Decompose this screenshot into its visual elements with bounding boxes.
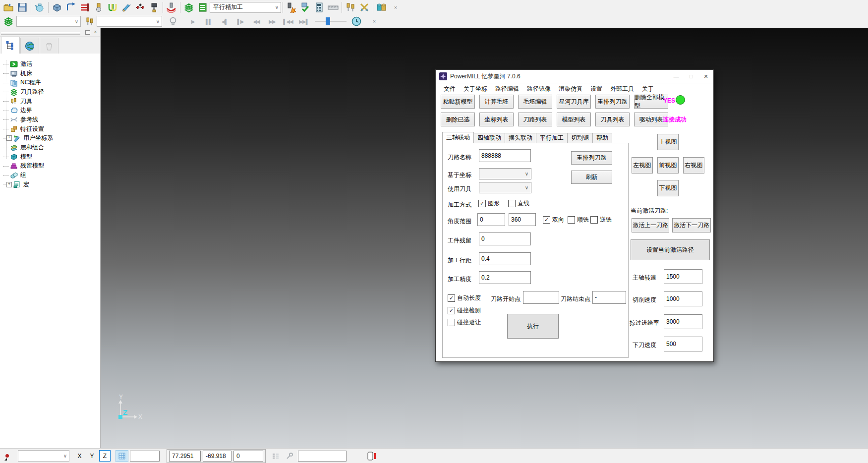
tab-saw[interactable]: 切割锯 xyxy=(568,133,593,143)
axis-y-button[interactable]: Y xyxy=(87,451,97,461)
skim-input[interactable]: 3000 xyxy=(664,314,702,329)
rewind-button[interactable]: ◀◀ xyxy=(248,15,264,28)
activate-prev-button[interactable]: 激活上一刀路 xyxy=(632,218,669,232)
coord-select[interactable]: ∨ xyxy=(479,168,531,179)
axis-x-button[interactable]: X xyxy=(74,451,85,461)
tab-tilt-head[interactable]: 摆头联动 xyxy=(505,133,536,143)
view-top-button[interactable]: 上视图 xyxy=(657,134,679,150)
menu-about[interactable]: 关于 xyxy=(638,85,658,93)
block-edit-button[interactable]: 毛坯编辑 xyxy=(518,95,552,109)
calculator-button[interactable] xyxy=(312,1,326,14)
view-bottom-button[interactable]: 下视图 xyxy=(657,180,679,196)
play-button[interactable]: ▶ xyxy=(185,15,201,28)
tree-item-nc-programs[interactable]: NC程序 xyxy=(3,78,100,87)
tab-explorer-tree[interactable] xyxy=(1,37,20,54)
grid-toggle-button[interactable] xyxy=(116,450,128,462)
execute-button[interactable]: 执行 xyxy=(507,314,559,339)
menu-external-tools[interactable]: 外部工具 xyxy=(606,85,638,93)
tool-list-button[interactable]: 刀具列表 xyxy=(595,113,630,126)
tool-arc-button[interactable] xyxy=(165,1,178,14)
tolerance-input[interactable]: 0.2 xyxy=(479,271,531,284)
panel-header[interactable]: × xyxy=(0,28,100,37)
step-back-button[interactable]: ◀▌ xyxy=(217,15,232,28)
model-list-button[interactable]: 模型列表 xyxy=(557,113,591,126)
minimize-button[interactable]: — xyxy=(669,70,684,83)
tool-select[interactable]: ∨ xyxy=(479,182,531,193)
tree-item-models[interactable]: 模型 xyxy=(3,152,100,162)
tree-item-activate[interactable]: 激活 xyxy=(3,59,100,69)
expand-icon[interactable]: + xyxy=(6,182,12,187)
pattern-button[interactable] xyxy=(119,1,133,14)
measure-field[interactable] xyxy=(298,451,347,462)
maximize-button[interactable]: □ xyxy=(684,70,698,83)
menu-settings[interactable]: 设置 xyxy=(586,85,606,93)
tree-item-patterns[interactable]: 参考线 xyxy=(3,115,100,124)
tab-explorer-recycle[interactable] xyxy=(40,38,58,54)
open-file-button[interactable] xyxy=(1,1,15,14)
menu-coords[interactable]: 关于坐标 xyxy=(460,85,491,93)
sim-tool-button[interactable] xyxy=(83,15,97,28)
auto-length-checkbox[interactable]: ✓ 自动长度 xyxy=(448,294,481,302)
hold-queue-button[interactable] xyxy=(364,450,378,463)
sim-tool-combo[interactable]: ∨ xyxy=(97,16,162,27)
set-active-path-button[interactable]: 设置当前激活路径 xyxy=(631,239,710,260)
nc-program-button[interactable] xyxy=(78,1,92,14)
simulate-check-button[interactable] xyxy=(298,1,312,14)
coords-list-button[interactable] xyxy=(269,450,283,463)
tree-item-machine[interactable]: 机床 xyxy=(3,69,100,78)
tree-item-levels-sets[interactable]: 层和组合 xyxy=(3,143,100,152)
toolpath-name-input[interactable]: 888888 xyxy=(479,149,531,162)
calc-block-button[interactable]: 计算毛坯 xyxy=(479,95,514,109)
sim-toolpath-combo[interactable]: ∨ xyxy=(16,16,81,27)
axis-z-button[interactable]: Z xyxy=(99,450,111,462)
sim-toolbar-close-button[interactable]: × xyxy=(367,15,381,28)
expand-icon[interactable]: + xyxy=(6,135,12,141)
grid-size-field[interactable] xyxy=(130,451,160,462)
swap-axes-button[interactable] xyxy=(357,1,371,14)
toolholder-button[interactable] xyxy=(147,1,161,14)
toolbar-close-button[interactable]: × xyxy=(389,1,403,14)
view-left-button[interactable]: 左视图 xyxy=(632,157,653,174)
skip-end-button[interactable]: ▶▶▌ xyxy=(296,15,312,28)
print-preview-button[interactable] xyxy=(33,1,47,14)
paste-new-model-button[interactable]: 粘贴新模型 xyxy=(441,95,475,109)
conventional-checkbox[interactable]: 逆铣 xyxy=(590,216,612,224)
tree-item-toolpaths[interactable]: 刀具路径 xyxy=(3,87,100,97)
tree-item-workplanes[interactable]: + 用户坐标系 xyxy=(3,134,100,143)
angle-to-input[interactable]: 360 xyxy=(509,213,536,226)
simulate-entry-button[interactable] xyxy=(285,1,298,14)
skip-start-button[interactable]: ▌◀◀ xyxy=(280,15,296,28)
stepover-input[interactable]: 0.4 xyxy=(479,252,531,265)
speed-slider[interactable] xyxy=(315,16,347,26)
featureset-button[interactable] xyxy=(133,1,147,14)
menu-path-mirror[interactable]: 路径镜像 xyxy=(523,85,555,93)
coord-list-button[interactable]: 坐标列表 xyxy=(479,113,514,126)
tree-item-tools[interactable]: 刀具 xyxy=(3,97,100,106)
rearrange-button[interactable]: 重排列刀路 xyxy=(571,151,612,165)
tool-library-button[interactable]: 星河刀具库 xyxy=(557,95,591,109)
mode-circle-checkbox[interactable]: ✓ 圆形 xyxy=(478,199,500,208)
sim-toolpath-button[interactable] xyxy=(1,15,15,28)
block-button[interactable] xyxy=(50,1,64,14)
ruler-button[interactable] xyxy=(326,1,340,14)
angle-from-input[interactable]: 0 xyxy=(477,213,505,226)
tab-4axis[interactable]: 四轴联动 xyxy=(474,133,505,143)
tree-item-boundaries[interactable]: 边界 xyxy=(3,106,100,115)
record-dropdown-button[interactable] xyxy=(1,450,18,462)
menu-file[interactable]: 文件 xyxy=(440,85,460,93)
tab-explorer-web[interactable] xyxy=(20,38,39,54)
delete-selected-button[interactable]: 删除已选 xyxy=(441,113,475,126)
activate-next-button[interactable]: 激活下一刀路 xyxy=(672,218,711,232)
close-button[interactable]: × xyxy=(698,70,713,83)
active-toolpath-combo[interactable]: 平行精加工 ∨ xyxy=(210,2,281,13)
toolpath-list-button[interactable]: 刀路列表 xyxy=(518,113,552,126)
shading-button[interactable] xyxy=(166,15,180,28)
panel-close-button[interactable]: × xyxy=(92,29,99,35)
stock-input[interactable]: 0 xyxy=(479,232,531,245)
tree-item-stock-models[interactable]: 残留模型 xyxy=(3,162,100,171)
tree-item-feature-sets[interactable]: 特征设置 xyxy=(3,124,100,134)
collision-detect-checkbox[interactable]: ✓ 碰撞检测 xyxy=(448,306,481,315)
toolpath-button[interactable] xyxy=(182,1,196,14)
dialog-titlebar[interactable]: PowerMILL 忆梦星河 7.0.6 — □ × xyxy=(436,70,713,83)
stock-pair-button[interactable] xyxy=(375,1,389,14)
